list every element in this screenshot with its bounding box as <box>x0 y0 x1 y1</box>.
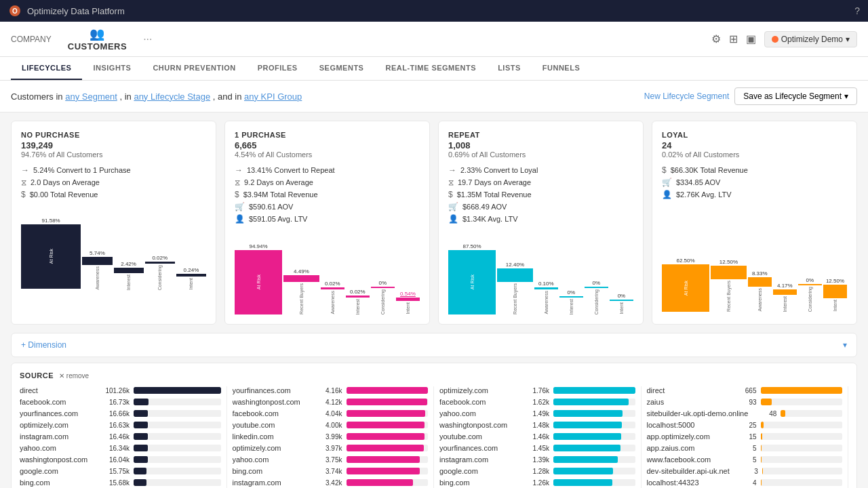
source-bar-fill <box>761 387 843 394</box>
tab-lists[interactable]: LISTS <box>487 57 532 80</box>
source-bar-fill <box>134 410 148 417</box>
kpi-filter[interactable]: any KPI Group <box>244 92 302 102</box>
source-row: yahoo.com 3.75k <box>233 455 429 464</box>
save-segment-label: Save as Lifecycle Segment <box>743 92 842 101</box>
source-row: bing.com 3.74k <box>233 467 429 475</box>
tab-profiles[interactable]: PROFILES <box>247 57 309 80</box>
repeat-convert: →2.33% Convert to Loyal <box>448 165 633 175</box>
repeat-title: REPEAT <box>448 131 633 139</box>
source-row-val: 101.26k <box>105 387 130 394</box>
source-bar-wrap <box>553 410 635 417</box>
dimension-bar[interactable]: + Dimension ▾ <box>11 333 857 357</box>
top-bar: O Optimizely Data Platform ? <box>0 0 868 22</box>
filter-connector2: , and in <box>213 92 244 102</box>
source-section: SOURCE ✕ remove direct 101.26k facebook.… <box>11 363 857 488</box>
source-bar-wrap <box>761 387 843 394</box>
filter-actions: New Lifecycle Segment Save as Lifecycle … <box>644 87 857 105</box>
source-row-name: direct <box>647 386 728 394</box>
source-row-name: youtube.com <box>439 432 521 441</box>
source-row-name: google.com <box>20 467 101 475</box>
source-row: bing.com 1.26k <box>439 479 635 487</box>
save-segment-button[interactable]: Save as Lifecycle Segment ▾ <box>734 87 857 105</box>
loyal-aov: 🛒$334.85 AOV <box>662 178 847 187</box>
source-row-name: optimizely.com <box>233 444 314 452</box>
source-bar-wrap <box>762 468 842 474</box>
tab-insights[interactable]: INSIGHTS <box>82 57 142 80</box>
source-row-name: yourfinances.com <box>20 409 101 418</box>
source-row-val: 4 <box>732 479 757 487</box>
source-bar-wrap <box>761 422 843 428</box>
source-row-val: 4.04k <box>318 410 342 418</box>
repeat-ltv: 👤$1.34K Avg. LTV <box>448 214 633 224</box>
customers-icon: 👥 <box>90 26 104 41</box>
source-row: washingtonpost.com 16.04k <box>20 455 221 464</box>
source-bar-fill <box>553 422 622 428</box>
settings-icon[interactable]: ⚙ <box>711 33 721 45</box>
source-row-name: instagram.com <box>439 455 521 464</box>
tab-lifecycles[interactable]: LIFECYCLES <box>11 57 82 80</box>
source-bar-wrap <box>134 456 221 463</box>
source-bar-fill <box>134 387 221 394</box>
source-row-val: 4.16k <box>318 387 342 394</box>
nav-customers[interactable]: 👥 CUSTOMERS <box>68 26 127 52</box>
source-row-val: 3.75k <box>318 456 342 464</box>
layout-icon[interactable]: ▣ <box>746 33 756 45</box>
source-row-val: 25 <box>732 422 757 429</box>
source-bar-wrap <box>134 410 221 417</box>
lifecycle-card-loyal: LOYAL 24 0.02% of All Customers $$66.30K… <box>652 121 857 325</box>
demo-selector[interactable]: Optimizely Demo ▾ <box>764 31 857 47</box>
source-remove[interactable]: ✕ remove <box>59 372 89 380</box>
dimension-label: + Dimension <box>21 340 66 350</box>
source-bar-fill <box>134 468 146 474</box>
one-purchase-count: 6,665 <box>235 140 420 150</box>
source-bar-wrap <box>761 456 843 463</box>
help-icon[interactable]: ? <box>854 5 860 16</box>
source-row-val: 15.75k <box>105 468 130 475</box>
loyal-ltv: 👤$2.76K Avg. LTV <box>662 190 847 199</box>
one-purchase-title: 1 PURCHASE <box>235 131 420 139</box>
tab-churn-prevention[interactable]: CHURN PREVENTION <box>142 57 246 80</box>
lifecycle-filter[interactable]: any Lifecycle Stage <box>134 92 210 102</box>
source-bar-wrap <box>553 456 635 463</box>
source-bar-fill <box>553 468 613 474</box>
source-bar-wrap <box>134 399 221 405</box>
source-bar-fill <box>347 468 420 474</box>
source-row-val: 1.49k <box>525 410 549 418</box>
source-title: SOURCE <box>20 371 54 380</box>
source-bar-fill <box>347 479 414 486</box>
nav-more-dots[interactable]: ··· <box>143 33 152 45</box>
nav-company[interactable]: COMPANY <box>11 35 52 44</box>
grid-icon[interactable]: ⊞ <box>729 33 738 45</box>
source-row: instagram.com 3.42k <box>233 479 429 487</box>
source-row-val: 1.28k <box>525 468 549 475</box>
source-bar-wrap <box>553 422 635 428</box>
source-row-val: 16.46k <box>105 433 130 441</box>
source-col-2: optimizely.com 1.76k facebook.com 1.62k … <box>434 386 642 488</box>
source-bar-wrap <box>134 433 221 440</box>
one-purchase-revenue: $$3.94M Total Revenue <box>235 190 420 199</box>
source-row-name: localhost:5000 <box>647 421 728 429</box>
one-purchase-ltv: 👤$591.05 Avg. LTV <box>235 214 420 224</box>
source-row: google.com 1.28k <box>439 467 635 475</box>
source-row-val: 93 <box>732 399 757 406</box>
source-row: direct 665 <box>647 386 843 394</box>
lifecycle-card-one-purchase: 1 PURCHASE 6,665 4.54% of All Customers … <box>224 121 430 325</box>
one-purchase-pct: 4.54% of All Customers <box>235 150 420 159</box>
source-row: youtube.com 1.46k <box>439 432 635 441</box>
source-bar-fill <box>347 399 427 405</box>
source-row: linkedin.com 3.99k <box>233 432 429 441</box>
source-bar-fill <box>134 445 148 451</box>
source-row-name: youtube.com <box>233 421 314 429</box>
new-lifecycle-segment-link[interactable]: New Lifecycle Segment <box>644 92 729 101</box>
source-row: bing.com 15.68k <box>20 479 221 487</box>
source-row-name: app.optimizely.com <box>647 432 728 441</box>
source-bar-fill <box>761 433 762 440</box>
tab-segments[interactable]: SEGMENTS <box>309 57 375 80</box>
source-bar-wrap <box>347 445 429 451</box>
source-row: yourfinances.com 4.16k <box>233 386 429 394</box>
tab-funnels[interactable]: FUNNELS <box>532 57 591 80</box>
segment-filter[interactable]: any Segment <box>65 92 117 102</box>
source-bar-fill <box>761 422 764 428</box>
tab-real-time-segments[interactable]: REAL-TIME SEGMENTS <box>374 57 487 80</box>
source-row-name: yahoo.com <box>233 455 314 464</box>
